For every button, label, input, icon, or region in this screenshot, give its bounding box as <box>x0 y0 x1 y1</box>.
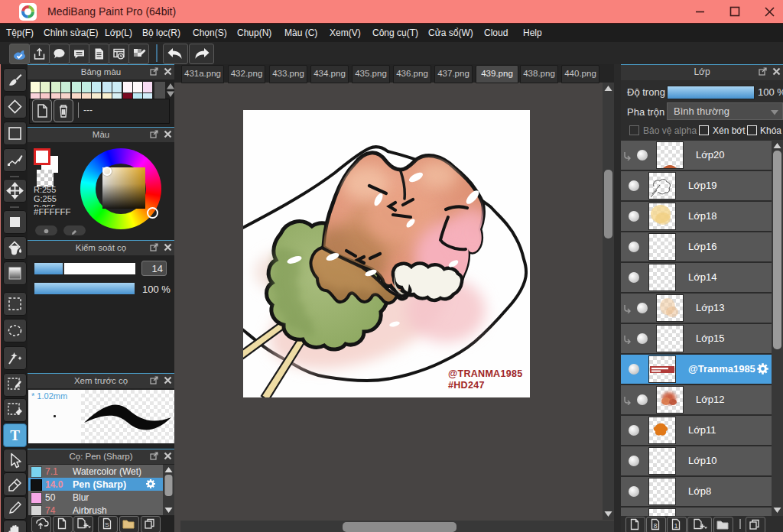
svg-text:1: 1 <box>674 522 678 530</box>
svg-text:#HD247: #HD247 <box>448 380 485 391</box>
svg-text:S: S <box>105 521 109 528</box>
svg-text:T: T <box>10 427 20 443</box>
svg-text:8: 8 <box>654 522 658 530</box>
svg-text:@TRANMA1985: @TRANMA1985 <box>448 368 522 379</box>
